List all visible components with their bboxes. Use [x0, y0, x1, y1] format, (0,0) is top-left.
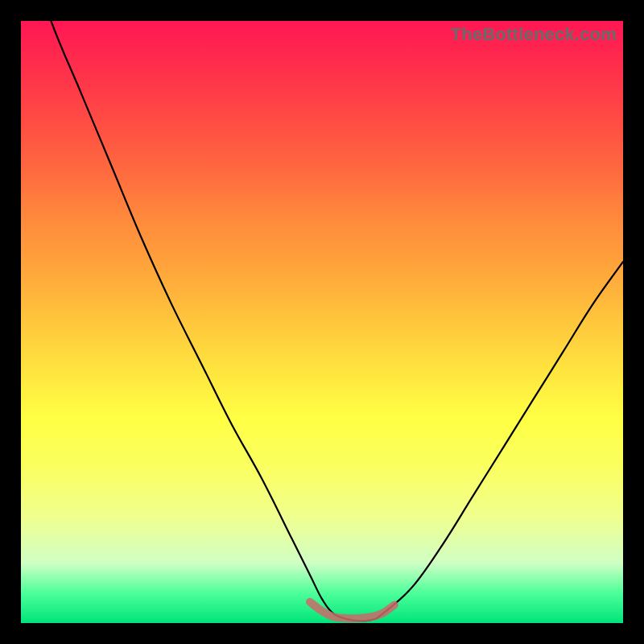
- bottleneck-curve: [21, 21, 623, 621]
- chart-frame: TheBottleneck.com: [0, 0, 644, 644]
- chart-svg: [21, 21, 623, 623]
- trough-overlay: [310, 602, 394, 618]
- plot-area: TheBottleneck.com: [21, 21, 623, 623]
